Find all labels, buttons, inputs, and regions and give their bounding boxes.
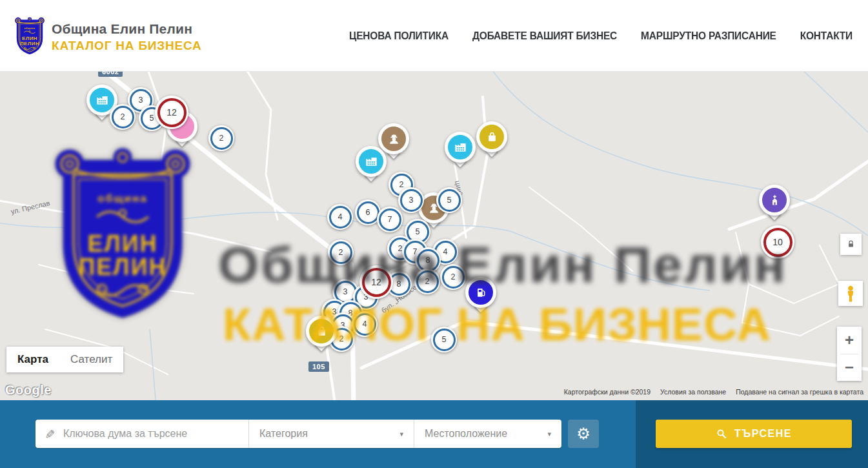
location-select[interactable]: Местоположение ▾ — [414, 420, 561, 448]
search-icon — [716, 428, 727, 440]
zoom-out-button[interactable]: − — [837, 354, 862, 382]
map-cluster-marker[interactable]: 12 — [155, 96, 188, 129]
header-titles: Община Елин Пелин КАТАЛОГ НА БИЗНЕСА — [52, 21, 202, 53]
map-cluster-marker[interactable]: 2 — [110, 104, 136, 130]
nav-item-pricing[interactable]: ЦЕНОВА ПОЛИТИКА — [349, 29, 449, 42]
search-fields-group: ✎ Категория ▾ Местоположение ▾ — [35, 420, 561, 448]
map-cluster-marker[interactable]: 4 — [327, 204, 353, 230]
advanced-settings-button[interactable]: ⚙ — [568, 420, 599, 448]
map-attribution: Картографски данни ©2019Условия за ползв… — [564, 388, 863, 396]
zoom-in-button[interactable]: + — [837, 327, 862, 354]
map-cluster-marker[interactable]: 4 — [352, 311, 378, 337]
nav-item-route-schedule[interactable]: МАРШРУТНО РАЗПИСАНИЕ — [641, 29, 776, 42]
road-badge: 105 — [308, 361, 329, 372]
nav-item-contacts[interactable]: КОНТАКТИ — [800, 29, 853, 42]
map-cluster-marker[interactable]: 2 — [440, 264, 466, 290]
keyword-field-wrap: ✎ — [35, 420, 249, 448]
keyword-search-input[interactable] — [62, 427, 239, 440]
satellite-view-button[interactable]: Сателит — [59, 347, 123, 372]
category-select[interactable]: Категория ▾ — [249, 420, 414, 448]
lock-icon — [846, 239, 856, 249]
street-view-pegman[interactable] — [838, 281, 863, 306]
attribution-link[interactable]: Условия за ползване — [660, 388, 726, 396]
search-submit-button[interactable]: ТЪРСЕНЕ — [656, 420, 852, 448]
map-pin-bag[interactable] — [306, 316, 337, 347]
map-view-button[interactable]: Карта — [6, 347, 59, 372]
attribution-link[interactable]: Подаване на сигнал за грешка в картата — [736, 388, 863, 396]
gear-icon: ⚙ — [576, 425, 590, 443]
pencil-icon: ✎ — [42, 429, 57, 439]
main-nav: ЦЕНОВА ПОЛИТИКАДОБАВЕТЕ ВАШИЯТ БИЗНЕСМАР… — [349, 0, 853, 71]
search-button-label: ТЪРСЕНЕ — [734, 428, 792, 440]
map-cluster-marker[interactable]: 2 — [414, 269, 440, 294]
map-canvas[interactable]: 325122235647522748128223338342510 — [0, 71, 868, 400]
header: община ЕЛИН ПЕЛИН Община Елин Пелин КАТА… — [0, 0, 868, 72]
map-cluster-marker[interactable]: 5 — [431, 327, 457, 352]
road-badge: 6002 — [98, 71, 123, 77]
map-pin-church[interactable] — [759, 185, 790, 216]
chevron-down-icon: ▾ — [547, 430, 551, 438]
svg-text:ЕЛИН: ЕЛИН — [22, 36, 37, 41]
fullscreen-lock-control[interactable] — [840, 234, 862, 255]
map-pin-bag[interactable] — [476, 121, 507, 152]
map-pin-factory[interactable] — [356, 146, 387, 177]
search-bar: ✎ Категория ▾ Местоположение ▾ ⚙ ТЪРСЕНЕ — [0, 400, 868, 468]
map-pin-factory[interactable] — [445, 132, 476, 163]
map-pin-fuel[interactable] — [465, 277, 496, 308]
nav-item-add-business[interactable]: ДОБАВЕТЕ ВАШИЯТ БИЗНЕС — [472, 29, 617, 42]
map-cluster-marker[interactable]: 5 — [436, 187, 462, 213]
category-select-label: Категория — [259, 428, 308, 440]
site-subtitle: КАТАЛОГ НА БИЗНЕСА — [52, 39, 202, 53]
attribution-text: Картографски данни ©2019 — [564, 388, 651, 396]
zoom-control: + − — [837, 327, 862, 381]
map-cluster-marker[interactable]: 2 — [328, 239, 354, 265]
map-cluster-marker[interactable]: 3 — [398, 187, 424, 213]
map-type-control: Карта Сателит — [6, 347, 123, 372]
svg-text:община: община — [25, 27, 35, 30]
chevron-down-icon: ▾ — [399, 430, 403, 438]
emblem-icon: община ЕЛИН ПЕЛИН — [14, 15, 45, 56]
google-logo[interactable]: Google — [5, 383, 52, 398]
map-cluster-marker[interactable]: 10 — [761, 225, 794, 259]
pegman-icon — [843, 285, 858, 303]
map-cluster-marker[interactable]: 12 — [359, 265, 393, 299]
svg-text:ПЕЛИН: ПЕЛИН — [20, 41, 39, 46]
municipality-logo[interactable]: община ЕЛИН ПЕЛИН — [14, 15, 45, 56]
location-select-label: Местоположение — [425, 428, 507, 440]
map-cluster-marker[interactable]: 7 — [377, 207, 403, 232]
map-cluster-marker[interactable]: 2 — [208, 125, 234, 151]
site-title: Община Елин Пелин — [52, 21, 202, 37]
